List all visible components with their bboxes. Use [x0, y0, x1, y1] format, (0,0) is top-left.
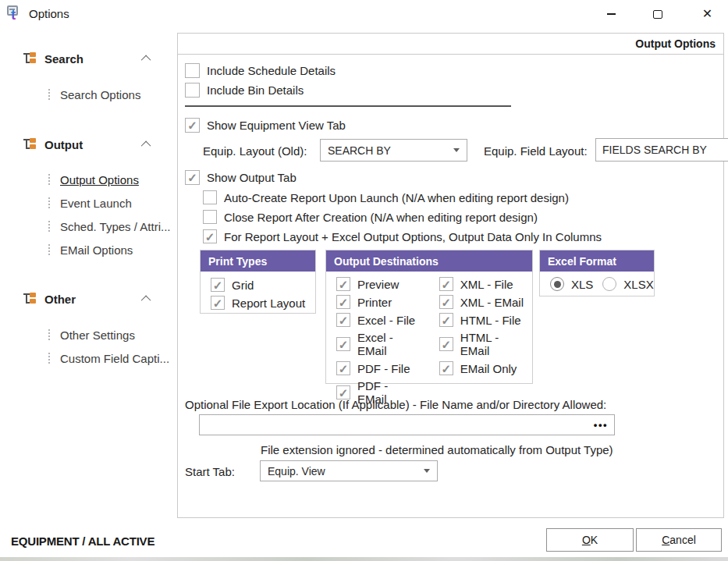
separator: [185, 105, 511, 107]
radio-label: XLSX: [623, 278, 653, 291]
sidebar-item-label: Output Options: [60, 173, 139, 186]
grid-checkbox[interactable]: ✓: [211, 278, 225, 292]
data-only-columns-row[interactable]: ✓ For Report Layout + Excel Output Optio…: [203, 229, 602, 243]
titlebar: t Options ✕: [0, 0, 728, 28]
report-layout-checkbox[interactable]: ✓: [211, 296, 225, 310]
show-equipment-view-tab-row[interactable]: ✓ Show Equipment View Tab: [185, 118, 346, 133]
sidebar-section-other[interactable]: Other: [23, 290, 151, 307]
sidebar-item-label: Event Launch: [60, 197, 132, 210]
close-button[interactable]: ✕: [687, 0, 728, 28]
radio-label: XLS: [571, 278, 593, 291]
checkbox-label: Auto-Create Report Upon Launch (N/A when…: [224, 191, 569, 204]
checkbox-label: Show Output Tab: [207, 171, 297, 184]
check-icon: ✓: [442, 339, 452, 350]
export-location-input[interactable]: •••: [199, 414, 615, 435]
start-tab-label: Start Tab:: [185, 464, 235, 478]
sidebar-section-search[interactable]: Search: [23, 50, 151, 67]
data-only-columns-checkbox[interactable]: ✓: [203, 229, 217, 243]
equip-field-layout-input[interactable]: FIELDS SEARCH BY: [595, 138, 728, 162]
sidebar-item-custom-field-captions[interactable]: Custom Field Capti...: [48, 350, 173, 367]
xls-option[interactable]: XLS: [550, 277, 593, 291]
show-equipment-view-tab-checkbox[interactable]: ✓: [185, 118, 200, 133]
checkbox-label: Printer: [357, 296, 392, 309]
checkbox-label: HTML - EMail: [460, 331, 524, 357]
report-layout-row[interactable]: ✓ Report Layout: [211, 296, 307, 310]
options-dialog: t Options ✕ Search Search Options Output…: [0, 0, 728, 561]
html-email-row[interactable]: ✓ HTML - EMail: [439, 331, 524, 357]
browse-ellipsis-icon[interactable]: •••: [594, 419, 608, 431]
show-output-tab-checkbox[interactable]: ✓: [185, 170, 200, 185]
chevron-up-icon[interactable]: [141, 55, 151, 65]
cancel-button[interactable]: Cancel: [636, 528, 722, 552]
sidebar-item-other-settings[interactable]: Other Settings: [48, 326, 173, 343]
checkbox-label: Close Report After Creation (N/A when ed…: [224, 211, 538, 224]
excel-file-row[interactable]: ✓ Excel - File: [336, 313, 419, 327]
sidebar-item-search-options[interactable]: Search Options: [48, 86, 173, 103]
excel-email-checkbox[interactable]: ✓: [336, 337, 350, 351]
preview-row[interactable]: ✓ Preview: [336, 277, 419, 291]
xls-radio[interactable]: [550, 277, 564, 291]
printer-row[interactable]: ✓ Printer: [336, 295, 419, 309]
email-only-row[interactable]: ✓ EMail Only: [439, 361, 524, 375]
equip-layout-value: SEARCH BY: [328, 144, 391, 157]
email-only-checkbox[interactable]: ✓: [439, 361, 453, 375]
show-output-tab-row[interactable]: ✓ Show Output Tab: [185, 170, 297, 185]
include-bin-details-row[interactable]: ✓ Include Bin Details: [185, 83, 304, 98]
xml-file-checkbox[interactable]: ✓: [439, 277, 453, 291]
html-email-checkbox[interactable]: ✓: [439, 337, 453, 351]
auto-create-report-checkbox[interactable]: ✓: [203, 190, 217, 204]
grip-dots-icon: [48, 329, 51, 340]
sidebar-item-output-options[interactable]: Output Options: [48, 171, 173, 188]
sidebar-item-event-launch[interactable]: Event Launch: [48, 194, 173, 211]
chevron-up-icon[interactable]: [141, 295, 151, 305]
close-report-checkbox[interactable]: ✓: [203, 210, 217, 224]
checkbox-label: Grid: [232, 279, 254, 292]
maximize-icon: [653, 10, 662, 19]
xml-file-row[interactable]: ✓ XML - File: [439, 277, 524, 291]
sidebar-section-output[interactable]: Output: [23, 136, 151, 153]
equip-layout-select[interactable]: SEARCH BY: [320, 139, 467, 162]
checkbox-label: Excel - EMail: [357, 331, 419, 357]
sidebar-item-email-options[interactable]: EMail Options: [48, 241, 173, 258]
output-destinations-header: Output Destinations: [326, 250, 532, 272]
html-file-row[interactable]: ✓ HTML - File: [439, 313, 524, 327]
checkbox-label: Show Equipment View Tab: [207, 119, 346, 132]
printer-checkbox[interactable]: ✓: [336, 295, 350, 309]
maximize-button[interactable]: [640, 0, 676, 28]
excel-email-row[interactable]: ✓ Excel - EMail: [336, 331, 419, 357]
pdf-file-row[interactable]: ✓ PDF - File: [336, 361, 419, 375]
xlsx-option[interactable]: XLSX: [602, 277, 653, 291]
html-file-checkbox[interactable]: ✓: [439, 313, 453, 327]
include-bin-details-checkbox[interactable]: ✓: [185, 83, 200, 98]
checkbox-label: Report Layout: [232, 296, 305, 310]
ok-button[interactable]: OK: [546, 528, 634, 552]
xlsx-radio[interactable]: [602, 277, 616, 291]
section-label: Other: [44, 293, 76, 306]
panel-header: Output Options: [177, 33, 724, 55]
xml-email-checkbox[interactable]: ✓: [439, 295, 453, 309]
check-icon: ✓: [205, 231, 215, 243]
preview-checkbox[interactable]: ✓: [336, 277, 350, 291]
grip-dots-icon: [48, 174, 51, 185]
close-report-row[interactable]: ✓ Close Report After Creation (N/A when …: [203, 210, 538, 224]
checkbox-label: XML - File: [460, 278, 513, 291]
print-types-header: Print Types: [201, 250, 315, 272]
dropdown-arrow-icon: [453, 148, 460, 152]
start-tab-select[interactable]: Equip. View: [260, 460, 438, 481]
chevron-up-icon[interactable]: [141, 140, 151, 151]
pdf-file-checkbox[interactable]: ✓: [336, 361, 350, 375]
xml-email-row[interactable]: ✓ XML - EMail: [439, 295, 524, 309]
equip-field-layout-label: Equip. Field Layout:: [484, 144, 588, 158]
auto-create-report-row[interactable]: ✓ Auto-Create Report Upon Launch (N/A wh…: [203, 190, 569, 204]
include-schedule-details-checkbox[interactable]: ✓: [185, 63, 200, 78]
excel-file-checkbox[interactable]: ✓: [336, 313, 350, 327]
output-destinations-group: Output Destinations ✓ Preview ✓ Printer …: [325, 250, 533, 384]
tree-icon: [23, 52, 37, 65]
minimize-button[interactable]: [593, 0, 629, 28]
start-tab-value: Equip. View: [268, 465, 325, 478]
check-icon: ✓: [213, 297, 223, 309]
grid-row[interactable]: ✓ Grid: [211, 278, 307, 292]
check-icon: ✓: [187, 119, 197, 131]
sidebar-item-sched-types[interactable]: Sched. Types / Attri...: [48, 218, 173, 235]
include-schedule-details-row[interactable]: ✓ Include Schedule Details: [185, 63, 336, 78]
